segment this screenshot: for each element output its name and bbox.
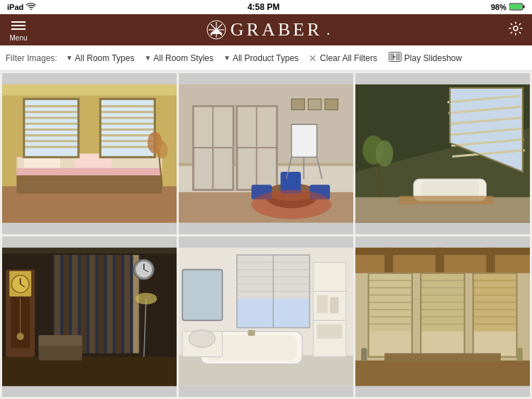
svg-rect-106 (124, 255, 130, 353)
device-label: iPad (7, 3, 23, 11)
room-image-6[interactable] (355, 236, 530, 398)
svg-line-5 (216, 24, 222, 30)
slideshow-label: Play Slideshow (404, 53, 462, 63)
battery-icon (509, 3, 525, 12)
svg-rect-19 (2, 84, 177, 95)
svg-point-76 (252, 190, 332, 219)
svg-point-92 (376, 141, 394, 167)
svg-rect-1 (510, 4, 522, 9)
product-types-label: All Product Types (233, 53, 299, 63)
room-image-3[interactable] (355, 73, 530, 234)
svg-rect-143 (317, 324, 343, 339)
svg-rect-63 (257, 107, 277, 147)
svg-point-115 (17, 332, 24, 339)
logo-dot: . (326, 22, 330, 38)
filter-bar: Filter Images: ▼ All Room Types ▼ All Ro… (0, 45, 532, 71)
svg-line-11 (211, 24, 216, 30)
app-logo: GRABER. (206, 19, 330, 40)
settings-icon[interactable] (508, 21, 523, 40)
svg-rect-153 (436, 247, 444, 273)
clear-all-x-icon: ✕ (309, 53, 317, 64)
battery-pct: 98% (491, 3, 506, 11)
filter-images-label: Filter Images: (6, 53, 57, 63)
svg-rect-145 (184, 271, 220, 318)
graber-logo-icon (206, 20, 226, 40)
room-image-5[interactable] (179, 236, 353, 398)
play-slideshow-button[interactable]: Play Slideshow (384, 49, 466, 67)
svg-rect-102 (89, 255, 95, 353)
svg-rect-96 (2, 247, 177, 253)
svg-rect-185 (384, 353, 501, 361)
svg-rect-62 (238, 107, 256, 147)
status-time: 4:58 PM (248, 2, 279, 12)
svg-rect-187 (517, 348, 523, 361)
status-left: iPad (7, 3, 36, 11)
svg-rect-142 (330, 297, 338, 313)
svg-point-47 (156, 141, 167, 159)
logo-text: GRABER (231, 19, 322, 40)
svg-rect-93 (399, 196, 494, 204)
room-image-4[interactable] (2, 236, 177, 398)
product-types-dropdown[interactable]: ▼ All Product Types (219, 50, 303, 66)
room-image-grid (0, 71, 532, 399)
svg-rect-25 (24, 99, 79, 157)
svg-point-119 (135, 293, 157, 304)
svg-rect-57 (214, 107, 233, 147)
svg-rect-89 (421, 181, 479, 197)
svg-rect-152 (384, 247, 393, 273)
hamburger-icon[interactable] (9, 18, 28, 33)
svg-rect-24 (17, 168, 162, 175)
room-styles-arrow: ▼ (144, 54, 151, 62)
slideshow-icon (389, 52, 401, 64)
svg-rect-95 (2, 356, 177, 386)
svg-rect-64 (292, 99, 304, 109)
svg-rect-149 (355, 360, 530, 386)
room-types-dropdown[interactable]: ▼ All Room Types (62, 50, 139, 66)
room-styles-dropdown[interactable]: ▼ All Room Styles (140, 50, 218, 66)
menu-button[interactable]: Menu (9, 18, 28, 42)
svg-rect-2 (523, 5, 525, 8)
svg-rect-56 (194, 107, 213, 147)
svg-rect-35 (100, 99, 155, 157)
svg-rect-72 (292, 124, 317, 157)
room-styles-label: All Room Styles (153, 53, 214, 63)
room-types-arrow: ▼ (66, 54, 73, 62)
status-bar: iPad 4:58 PM 98% (0, 0, 532, 14)
room-types-label: All Room Types (75, 53, 135, 63)
room-image-2[interactable] (179, 73, 353, 234)
menu-label: Menu (9, 34, 27, 42)
svg-point-12 (514, 26, 518, 31)
svg-rect-65 (308, 99, 321, 109)
clear-all-button[interactable]: ✕ Clear All Filters (304, 50, 382, 67)
room-image-1[interactable] (2, 73, 177, 234)
svg-rect-141 (317, 295, 328, 313)
svg-rect-15 (396, 53, 400, 60)
svg-rect-105 (116, 255, 121, 353)
svg-rect-137 (248, 329, 255, 335)
product-types-arrow: ▼ (223, 54, 231, 62)
clear-all-label: Clear All Filters (320, 53, 377, 63)
svg-rect-154 (487, 247, 495, 273)
svg-rect-104 (107, 255, 113, 353)
status-right: 98% (491, 3, 525, 12)
svg-rect-117 (38, 334, 82, 345)
svg-rect-66 (325, 99, 338, 109)
svg-point-147 (189, 329, 215, 347)
app-header: Menu GRABER. (0, 14, 532, 45)
wifi-icon (26, 3, 36, 11)
svg-rect-103 (98, 255, 104, 353)
svg-rect-186 (361, 348, 367, 361)
